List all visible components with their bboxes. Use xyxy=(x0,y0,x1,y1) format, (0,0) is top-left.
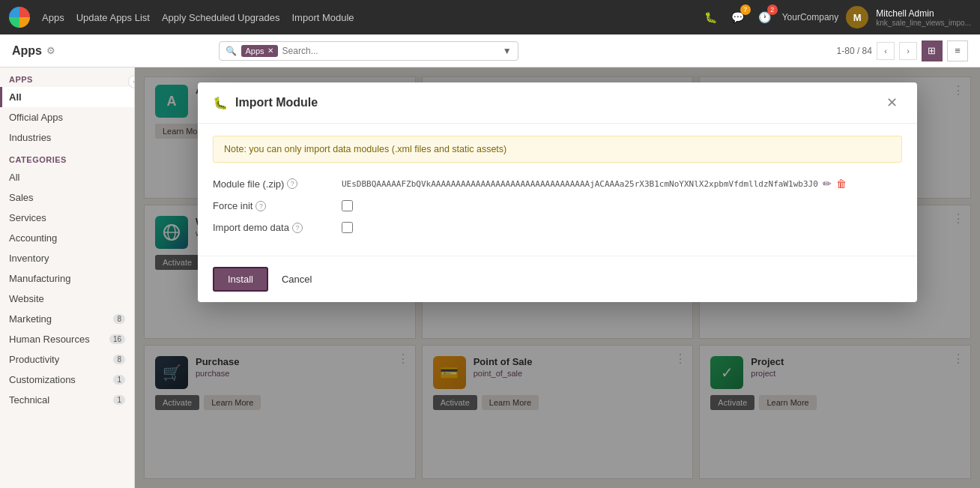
module-file-row: Module file (.zip) ? UEsDBBQAAAAAFZbQVkA… xyxy=(213,178,902,190)
delete-file-btn[interactable]: 🗑 xyxy=(836,178,847,190)
import-demo-checkbox[interactable] xyxy=(342,222,353,233)
modal-title: Import Module xyxy=(235,96,874,109)
messages-icon[interactable]: 💬 7 xyxy=(728,7,748,27)
modal-title-icon: 🐛 xyxy=(213,96,228,110)
sidebar-item-marketing[interactable]: Marketing 8 xyxy=(0,309,134,329)
user-name: Mitchell Admin xyxy=(876,8,971,19)
sidebar-apps-header: APPS xyxy=(0,67,134,87)
force-init-label-text: Force init xyxy=(213,200,252,211)
prev-page-btn[interactable]: ‹ xyxy=(877,42,895,60)
page-title: Apps xyxy=(12,44,42,58)
nav-update-link[interactable]: Update Apps List xyxy=(76,12,150,23)
import-demo-label: Import demo data ? xyxy=(213,222,333,233)
search-bar[interactable]: 🔍 Apps ✕ ▼ xyxy=(219,41,518,61)
sidebar-item-technical[interactable]: Technical 1 xyxy=(0,390,134,410)
sidebar-item-official[interactable]: Official Apps xyxy=(0,107,134,127)
install-button[interactable]: Install xyxy=(213,267,268,292)
search-tag-close[interactable]: ✕ xyxy=(267,46,273,55)
force-init-checkbox[interactable] xyxy=(342,200,353,211)
sidebar-hr-badge: 16 xyxy=(109,334,125,344)
modal-footer: Install Cancel xyxy=(198,256,917,302)
search-tag[interactable]: Apps ✕ xyxy=(241,45,278,57)
sidebar-official-label: Official Apps xyxy=(9,112,63,123)
content-area: ⋮ A Amount In Words Learn More ⋮ xyxy=(135,67,980,488)
settings-icon[interactable]: ⚙ xyxy=(46,45,55,56)
sidebar-industries-label: Industries xyxy=(9,132,51,143)
sidebar-manufacturing-label: Manufacturing xyxy=(9,273,70,284)
modal-header: 🐛 Import Module ✕ xyxy=(198,82,917,124)
sidebar-hr-label: Human Resources xyxy=(9,334,90,345)
user-sub: knk_sale_line_views_impo... xyxy=(876,19,971,27)
force-init-help[interactable]: ? xyxy=(255,201,266,211)
sidebar-accounting-label: Accounting xyxy=(9,232,57,244)
sidebar-inventory-label: Inventory xyxy=(9,253,49,264)
activities-icon[interactable]: 🕐 2 xyxy=(755,7,775,27)
sidebar-marketing-label: Marketing xyxy=(9,313,52,325)
page-title-area: Apps ⚙ xyxy=(12,44,55,58)
debug-icon[interactable]: 🐛 xyxy=(701,7,721,27)
file-path-text: UEsDBBQAAAAAFZbQVkAAAAAAAAAAAAAAAAAAAAAA… xyxy=(342,179,818,189)
pagination-text: 1-80 / 84 xyxy=(837,46,872,56)
sidebar-all-label: All xyxy=(9,91,22,103)
modal-backdrop: 🐛 Import Module ✕ Note: you can only imp… xyxy=(135,67,980,488)
kanban-view-btn[interactable]: ⊞ xyxy=(922,40,943,61)
message-badge: 7 xyxy=(740,4,751,15)
import-module-modal: 🐛 Import Module ✕ Note: you can only imp… xyxy=(198,82,917,302)
modal-body: Note: you can only import data modules (… xyxy=(198,124,917,256)
list-view-btn[interactable]: ≡ xyxy=(947,40,968,61)
alert-note: Note: you can only import data modules (… xyxy=(213,136,902,163)
force-init-value xyxy=(342,200,902,211)
sidebar-all-cats-label: All xyxy=(9,172,19,183)
edit-file-btn[interactable]: ✏ xyxy=(823,178,832,190)
sidebar-technical-label: Technical xyxy=(9,394,49,406)
sidebar-productivity-label: Productivity xyxy=(9,354,59,365)
module-file-label-text: Module file (.zip) xyxy=(213,178,284,190)
import-demo-help[interactable]: ? xyxy=(292,223,303,233)
sidebar-item-all-apps[interactable]: All xyxy=(0,87,134,107)
odoo-logo[interactable] xyxy=(9,7,30,28)
sidebar-item-inventory[interactable]: Inventory xyxy=(0,248,134,268)
sidebar-item-productivity[interactable]: Productivity 8 xyxy=(0,349,134,370)
module-file-help[interactable]: ? xyxy=(287,178,297,189)
nav-right-controls: 1-80 / 84 ‹ › ⊞ ≡ xyxy=(837,40,968,61)
sidebar-sales-label: Sales xyxy=(9,192,34,203)
nav-import-link[interactable]: Import Module xyxy=(292,12,354,23)
categories-section-label: CATEGORIES xyxy=(9,155,67,164)
module-file-label: Module file (.zip) ? xyxy=(213,178,333,190)
main-layout: « APPS All Official Apps Industries CATE… xyxy=(0,67,980,488)
search-tag-label: Apps xyxy=(246,46,264,55)
nav-scheduled-link[interactable]: Apply Scheduled Upgrades xyxy=(162,12,280,23)
import-demo-row: Import demo data ? xyxy=(213,222,902,233)
user-info: Mitchell Admin knk_sale_line_views_impo.… xyxy=(876,8,971,27)
sidebar-technical-badge: 1 xyxy=(113,395,125,405)
sidebar: « APPS All Official Apps Industries CATE… xyxy=(0,67,135,488)
sidebar-website-label: Website xyxy=(9,293,44,304)
company-name: YourCompany xyxy=(782,12,839,22)
sidebar-item-sales[interactable]: Sales xyxy=(0,187,134,208)
sidebar-item-services[interactable]: Services xyxy=(0,208,134,228)
sidebar-services-label: Services xyxy=(9,212,46,223)
search-dropdown-btn[interactable]: ▼ xyxy=(503,46,512,56)
sidebar-item-accounting[interactable]: Accounting xyxy=(0,228,134,248)
next-page-btn[interactable]: › xyxy=(899,42,917,60)
search-input[interactable] xyxy=(282,46,503,56)
sidebar-customizations-label: Customizations xyxy=(9,374,76,385)
modal-close-btn[interactable]: ✕ xyxy=(882,93,902,112)
sidebar-item-industries[interactable]: Industries xyxy=(0,127,134,148)
cancel-button[interactable]: Cancel xyxy=(274,268,319,290)
apps-section-label: APPS xyxy=(9,75,33,84)
force-init-label: Force init ? xyxy=(213,200,333,211)
sidebar-item-all-cats[interactable]: All xyxy=(0,167,134,187)
search-icon: 🔍 xyxy=(226,46,237,56)
nav-apps-link[interactable]: Apps xyxy=(42,12,64,23)
secondary-nav: Apps ⚙ 🔍 Apps ✕ ▼ 1-80 / 84 ‹ › ⊞ ≡ xyxy=(0,34,980,67)
user-avatar[interactable]: M xyxy=(846,6,868,28)
sidebar-productivity-badge: 8 xyxy=(113,355,125,364)
top-nav: Apps Update Apps List Apply Scheduled Up… xyxy=(0,0,980,34)
import-demo-value xyxy=(342,222,902,233)
sidebar-categories-header: CATEGORIES xyxy=(0,148,134,167)
sidebar-item-hr[interactable]: Human Resources 16 xyxy=(0,329,134,349)
sidebar-item-manufacturing[interactable]: Manufacturing xyxy=(0,268,134,289)
sidebar-item-customizations[interactable]: Customizations 1 xyxy=(0,370,134,390)
sidebar-item-website[interactable]: Website xyxy=(0,289,134,309)
